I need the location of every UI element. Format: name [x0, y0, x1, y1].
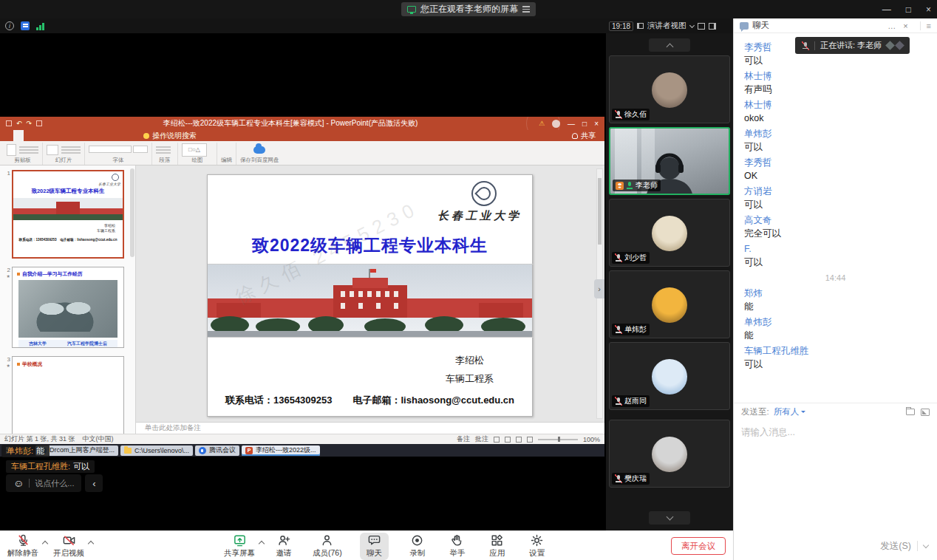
- ribbon-tab[interactable]: [55, 130, 65, 141]
- info-icon[interactable]: i: [5, 21, 14, 30]
- send-image-icon[interactable]: [921, 409, 930, 416]
- chat-sender-name[interactable]: 郑炜: [744, 287, 937, 300]
- account-avatar[interactable]: [552, 120, 560, 128]
- notes-toggle[interactable]: 备注: [457, 434, 470, 444]
- chat-input[interactable]: 请输入消息...: [734, 420, 937, 532]
- chevron-down-icon[interactable]: [689, 22, 694, 27]
- control-button[interactable]: 邀请: [273, 534, 295, 559]
- chat-sender-name[interactable]: 方诮岩: [744, 185, 937, 198]
- zoom-slider[interactable]: [538, 439, 578, 440]
- redo-icon[interactable]: ↷: [27, 120, 33, 127]
- emoji-icon[interactable]: ☺: [13, 478, 24, 488]
- notes-pane[interactable]: 单击此处添加备注: [136, 422, 604, 434]
- control-button[interactable]: 开启视频: [53, 534, 84, 559]
- taskbar-item[interactable]: C:\Users\lenovo\...: [120, 445, 193, 456]
- taskbar-item[interactable]: 腾讯会议: [195, 445, 239, 456]
- language-indicator[interactable]: 中文(中国): [83, 434, 114, 444]
- chat-more-button[interactable]: …: [887, 21, 896, 30]
- chat-sender-name[interactable]: 车辆工程孔维胜: [744, 344, 937, 358]
- minimize-button[interactable]: —: [882, 4, 891, 15]
- ribbon-tab[interactable]: [75, 130, 86, 141]
- ppt-quick-access-toolbar[interactable]: ↶ ↷: [0, 120, 48, 127]
- chat-sender-name[interactable]: 高文奇: [744, 214, 937, 227]
- participant-tile[interactable]: 刘少哲: [609, 199, 730, 267]
- slide-thumbnail-2[interactable]: 自我介绍—学习与工作经历 吉林大学汽车工程学院博士后: [12, 267, 124, 348]
- close-button[interactable]: ×: [926, 4, 931, 15]
- ribbon-tab[interactable]: [96, 130, 106, 141]
- fullscreen-icon[interactable]: [698, 23, 705, 30]
- control-button[interactable]: 举手: [446, 534, 468, 559]
- ribbon-group-clipboard[interactable]: 剪贴板: [3, 143, 43, 165]
- slide-thumbnail-3[interactable]: 学校概况: [12, 356, 124, 434]
- view-mode-selector[interactable]: 演讲者视图: [647, 21, 686, 31]
- collapse-danmaku-button[interactable]: ‹: [85, 474, 103, 492]
- chat-sender-name[interactable]: 林士博: [744, 98, 937, 112]
- slideshow-icon[interactable]: [36, 120, 42, 126]
- ribbon-tab[interactable]: [34, 130, 44, 141]
- normal-view-icon[interactable]: [494, 437, 500, 443]
- send-button[interactable]: 发送(S): [880, 540, 928, 553]
- control-button[interactable]: 应用: [486, 534, 508, 559]
- ribbon-group-slides[interactable]: 幻灯片: [43, 143, 85, 165]
- undo-icon[interactable]: ↶: [16, 120, 22, 127]
- reading-view-icon[interactable]: [516, 437, 522, 443]
- control-button[interactable]: 录制: [406, 534, 429, 559]
- chat-close-button[interactable]: ×: [903, 21, 907, 30]
- leave-meeting-button[interactable]: 离开会议: [671, 537, 726, 555]
- participant-tile[interactable]: 徐久佰: [609, 55, 730, 123]
- ppt-minimize-button[interactable]: —: [568, 120, 575, 128]
- chevron-up-icon[interactable]: [88, 540, 94, 546]
- control-button[interactable]: 共享屏幕: [224, 534, 255, 559]
- slide-canvas[interactable]: 长春工业大学 致2022级车辆工程专业本科生: [207, 174, 533, 417]
- ribbon-tab[interactable]: [106, 130, 117, 141]
- ribbon-group-editing[interactable]: 编辑: [217, 143, 236, 165]
- control-button[interactable]: 聊天: [360, 533, 389, 560]
- save-to-baidu-pan[interactable]: 保存到百度网盘: [236, 143, 283, 165]
- ribbon-tab[interactable]: [13, 130, 24, 141]
- send-file-icon[interactable]: [906, 409, 915, 415]
- panel-collapse-handle[interactable]: ›: [594, 279, 604, 298]
- ribbon-tab[interactable]: [127, 130, 137, 141]
- tell-me-search[interactable]: 操作说明搜索: [152, 130, 197, 141]
- chat-menu-icon[interactable]: ≡: [920, 21, 931, 30]
- chevron-up-icon[interactable]: [259, 540, 265, 546]
- meeting-doc-icon[interactable]: [21, 21, 30, 30]
- participant-tile[interactable]: 单炜彭: [609, 270, 730, 338]
- danmaku-input[interactable]: ☺ 说点什么...: [6, 474, 81, 492]
- control-button[interactable]: 成员(76): [313, 534, 342, 559]
- ribbon-group-paragraph[interactable]: 段落: [152, 143, 178, 165]
- share-button[interactable]: 共享: [572, 130, 604, 141]
- ribbon-tab[interactable]: [117, 130, 127, 141]
- maximize-button[interactable]: □: [906, 4, 911, 15]
- chat-sender-name[interactable]: 单炜彭: [744, 127, 937, 140]
- chat-sender-name[interactable]: 单炜彭: [744, 315, 937, 329]
- slide-sorter-icon[interactable]: [505, 437, 511, 443]
- ribbon-tab[interactable]: [44, 130, 55, 141]
- ribbon-group-drawing[interactable]: □○△ 绘图: [178, 143, 217, 165]
- layout-icon[interactable]: [709, 23, 716, 30]
- control-button[interactable]: 设置: [526, 534, 548, 559]
- slide-thumbnail-1[interactable]: 长春工业大学 致2022级车辆工程专业本科生 李绍松车辆工程系: [12, 170, 124, 259]
- comments-toggle[interactable]: 批注: [475, 434, 488, 444]
- ribbon-tab[interactable]: [24, 130, 34, 141]
- ppt-maximize-button[interactable]: □: [582, 120, 587, 128]
- taskbar-item[interactable]: P 李绍松---致2022级...: [242, 445, 320, 456]
- chat-message-list[interactable]: 李秀哲 可以 林士博 有声吗 林士博 okok 单炜彭 可以 李秀哲 OK 方诮…: [734, 33, 937, 403]
- ribbon-group-font[interactable]: 字体: [85, 143, 152, 165]
- save-icon[interactable]: [6, 120, 12, 126]
- thumbnail-scrollbar[interactable]: [130, 168, 134, 257]
- send-to-selector[interactable]: 所有人: [774, 406, 806, 417]
- chat-sender-name[interactable]: 李秀哲: [744, 156, 937, 169]
- chat-sender-name[interactable]: 林士博: [744, 69, 937, 83]
- chat-sender-name[interactable]: F.: [744, 242, 937, 256]
- ribbon-tab[interactable]: [86, 130, 96, 141]
- scroll-participants-down-button[interactable]: [649, 511, 690, 525]
- zoom-level[interactable]: 100%: [583, 436, 600, 443]
- shape-gallery[interactable]: □○△: [182, 143, 207, 157]
- control-button[interactable]: 解除静音: [7, 534, 38, 559]
- ribbon-tab[interactable]: [3, 130, 13, 141]
- scroll-participants-up-button[interactable]: [649, 38, 690, 52]
- ppt-close-button[interactable]: ×: [594, 120, 599, 128]
- ribbon-tab[interactable]: [65, 130, 75, 141]
- options-icon[interactable]: [522, 6, 530, 13]
